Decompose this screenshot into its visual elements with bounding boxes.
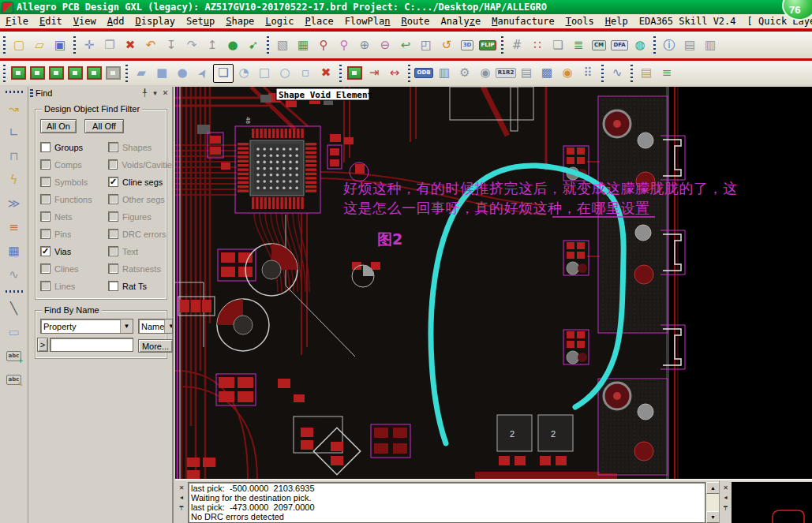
find-by-type-select[interactable]: Property ▼ [40,319,133,334]
bus-route-icon[interactable]: ≡ [3,217,25,237]
checkbox[interactable] [108,229,118,239]
chevron-down-icon[interactable]: ▼ [164,319,173,333]
checkbox[interactable] [108,263,118,274]
pin-icon[interactable]: ┯ [720,502,731,511]
toolbar-grip[interactable] [406,65,412,82]
add-text-icon[interactable]: abc+ [3,346,25,366]
zoom-previous-icon[interactable]: ↩ [395,35,416,54]
chevron-down-icon[interactable]: ▾ [150,88,160,99]
highlight-sphere-icon[interactable]: ● [223,35,243,54]
checkbox[interactable] [108,211,118,222]
menu-analyze[interactable]: Analyze [436,15,487,28]
slide-route-icon[interactable]: ↝ [3,99,25,119]
filter-functions[interactable]: Functions [40,193,105,205]
filter-symbols[interactable]: Symbols [40,176,105,188]
all-off-button[interactable]: All Off [84,119,124,133]
world-table-icon[interactable]: ◍ [630,35,650,54]
measure-to-edge-icon[interactable]: ⇥ [364,64,384,83]
report-notes-icon[interactable]: ▤ [516,64,537,83]
via-settings-icon[interactable]: ⚙ [455,64,475,83]
checkbox[interactable]: ✓ [40,246,51,256]
all-on-button[interactable]: All On [40,119,77,133]
odb-export-icon[interactable]: ODB [413,64,434,83]
documentation-book-icon[interactable]: ≡ [657,64,677,83]
zoom-in-region-icon[interactable]: ⚲ [313,35,334,54]
scroll-up-icon[interactable]: ▲ [706,482,720,494]
checkbox[interactable] [40,142,51,152]
filter-vias[interactable]: ✓Vias [40,245,105,257]
dfa-table-icon[interactable]: DFA [609,35,630,54]
move-icon[interactable]: ✛ [79,35,99,54]
filter-lines[interactable]: Lines [40,280,105,292]
board-view-3[interactable] [47,64,65,83]
menu-logic[interactable]: Logic [260,15,299,28]
edit-text-icon[interactable]: abc✎ [3,369,25,390]
close-icon[interactable]: ✕ [720,483,731,492]
collapse-icon[interactable]: ◂ [177,492,187,502]
add-polygon-shape-icon[interactable]: ▰ [131,64,152,83]
command-console[interactable]: last pick: -500.0000 2103.6935Waiting fo… [188,482,705,523]
board-view-4[interactable] [65,64,84,83]
open-drawing-icon[interactable]: ▱ [29,35,50,54]
grid-toggle-icon[interactable]: # [507,35,527,54]
pin-icon[interactable]: ┯ [177,502,187,511]
swap-layers-icon[interactable]: ❏ [548,35,568,54]
filter-comps[interactable]: Comps [40,159,105,170]
edge-hidden-tool-icon[interactable]: ▥ [700,35,720,54]
route-corner-icon[interactable]: ∟ [3,122,25,143]
snapshot-icon[interactable]: ◉ [475,64,496,83]
checkbox[interactable] [40,263,51,274]
menu-file[interactable]: File [0,15,34,28]
filter-voids-cavities[interactable]: Voids/Cavities [108,159,173,170]
zoom-out-icon[interactable]: ⊖ [375,35,395,54]
toolbar-grip[interactable] [500,36,505,54]
find-panel-header[interactable]: Find ╀ ▾ ✕ [28,87,172,99]
snake-route-icon[interactable]: ∿ [3,264,25,285]
delete-icon[interactable]: ✖ [120,35,140,54]
toolbar-grip[interactable] [265,36,271,54]
checkbox[interactable] [108,194,118,204]
filter-rat-ts[interactable]: Rat Ts [108,280,173,292]
menu-add[interactable]: Add [102,15,130,28]
more-button[interactable]: More... [138,339,173,353]
undo-icon[interactable]: ↶ [140,35,161,54]
pcb-canvas[interactable]: 48 [175,87,812,479]
gloss-route-icon[interactable]: ≫ [3,193,25,214]
filter-figures[interactable]: Figures [108,211,173,222]
autohide-pin-icon[interactable]: ╀ [140,88,150,99]
pattern-fill-icon[interactable]: ▩ [537,64,557,83]
panel-grip[interactable] [30,89,33,98]
circle-outline-icon[interactable]: ○ [275,64,295,83]
toolbar-grip[interactable] [6,289,23,294]
pick-up-icon[interactable]: ↥ [202,35,223,54]
add-line-icon[interactable]: ╲ [3,298,25,319]
toolbar-grip[interactable] [6,89,23,95]
board-view-6[interactable] [103,64,122,83]
menu-manufacture[interactable]: Manufacture [486,15,559,28]
menu-route[interactable]: Route [395,15,435,28]
toolbar-grip[interactable] [629,65,634,82]
select-arrow-icon[interactable]: ➤ [189,61,216,85]
checkbox[interactable] [40,229,51,239]
pin-tune-icon[interactable]: ϟ [3,170,25,190]
board-view-5[interactable] [84,64,103,83]
chevron-down-icon[interactable]: ▼ [120,319,133,333]
checkbox[interactable] [108,142,118,152]
expand-button[interactable]: > [37,338,48,352]
filter-text[interactable]: Text [108,245,173,257]
notepad-icon[interactable]: ▤ [636,64,657,83]
filter-ratsnests[interactable]: Ratsnests [108,263,173,275]
save-drawing-icon[interactable]: ▣ [50,35,70,54]
menu-help[interactable]: Help [600,15,634,28]
checkbox[interactable] [40,211,51,222]
zoom-center-icon[interactable]: ⚲ [334,35,354,54]
board-view-1[interactable] [9,64,28,83]
menu-eda365-skill-v2-4[interactable]: EDA365 Skill V2.4 [634,15,742,28]
delete-vertex-icon[interactable]: ✖ [316,64,336,83]
layer-fins-icon[interactable]: ▥ [434,64,455,83]
title-bar[interactable]: Allegro PCB Design GXL (legacy): AZ517GV… [0,0,812,14]
pick-down-icon[interactable]: ↧ [161,35,181,54]
pin-icon[interactable]: ➹ [243,35,264,54]
menu-shape[interactable]: Shape [220,15,260,28]
board-preview-pane[interactable] [732,482,812,523]
